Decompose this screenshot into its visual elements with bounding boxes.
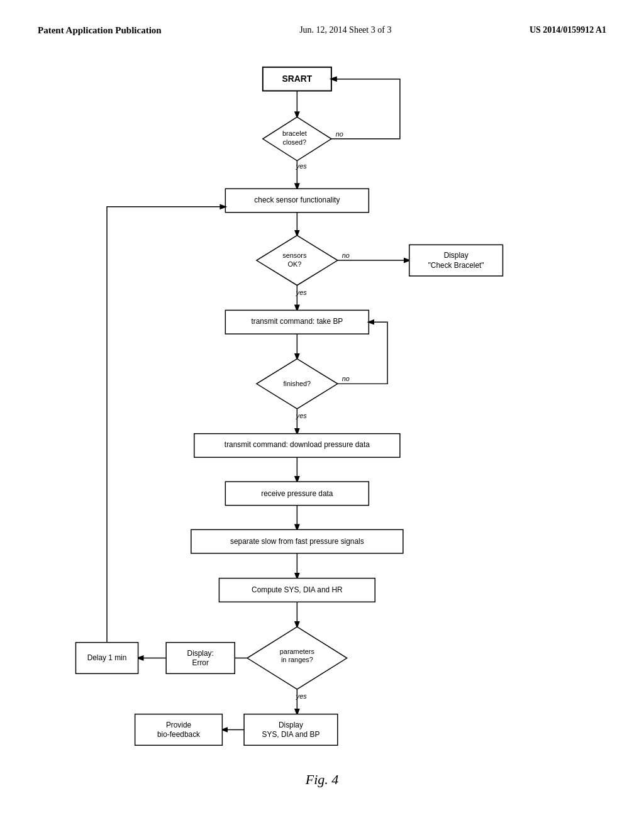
svg-text:Delay 1 min: Delay 1 min [87,653,127,662]
svg-text:Display: Display [279,721,303,729]
svg-text:check sensor functionality: check sensor functionality [254,196,340,204]
svg-text:in ranges?: in ranges? [281,656,313,663]
svg-text:separate slow from fast pressu: separate slow from fast pressure signals [230,537,364,546]
svg-text:finished?: finished? [284,380,311,387]
svg-text:SRART: SRART [282,74,312,84]
svg-text:Error: Error [192,658,209,667]
svg-text:Provide: Provide [166,721,192,729]
svg-text:sensors: sensors [282,252,307,259]
svg-text:transmit command: take BP: transmit command: take BP [251,317,343,326]
svg-text:OK?: OK? [287,260,301,268]
header-left: Patent Application Publication [38,25,162,36]
svg-text:Display: Display [444,251,469,260]
svg-text:parameters: parameters [280,648,315,655]
svg-text:receive pressure data: receive pressure data [261,489,333,498]
svg-text:Compute SYS, DIA and HR: Compute SYS, DIA and HR [252,585,343,594]
svg-text:SYS, DIA and BP: SYS, DIA and BP [262,730,320,739]
svg-text:no: no [342,252,350,259]
svg-text:bracelet: bracelet [282,130,307,137]
flowchart-svg: SRART bracelet closed? no yes check sens… [0,55,644,765]
page-header: Patent Application Publication Jun. 12, … [0,0,644,48]
svg-text:Display:: Display: [187,649,214,658]
svg-text:"Check Bracelet": "Check Bracelet" [428,261,484,270]
svg-text:transmit command: download pre: transmit command: download pressure data [225,440,370,449]
svg-text:closed?: closed? [283,138,307,146]
figure-caption: Fig. 4 [0,765,644,807]
flowchart-area: SRART bracelet closed? no yes check sens… [0,55,644,765]
header-right: US 2014/0159912 A1 [530,25,606,35]
svg-text:no: no [336,130,343,138]
svg-text:bio-feedback: bio-feedback [157,730,200,739]
svg-text:no: no [342,375,350,382]
header-center: Jun. 12, 2014 Sheet 3 of 3 [299,25,391,35]
